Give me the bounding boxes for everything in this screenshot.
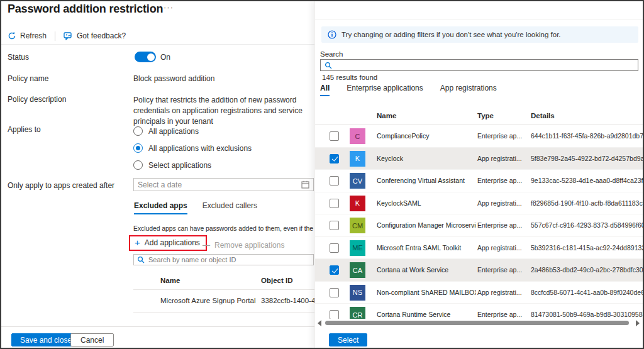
table-row[interactable]: K Keyclock App registrati... 5f83e798-2a…	[315, 148, 643, 170]
info-banner: Try changing or adding filters if you do…	[321, 26, 638, 43]
app-details: 81473081-50b9-469a-b9d8-303109583ecb	[531, 311, 643, 318]
apps-search-input[interactable]	[336, 62, 634, 69]
excluded-app-objectid: 3382ccfb-1400-40a3	[261, 297, 314, 304]
app-avatar: K	[350, 151, 365, 167]
col-objectid-header: Object ID	[261, 277, 292, 284]
banner-text: Try changing or adding filters if you do…	[341, 31, 561, 38]
apps-table-body: C CompliancePolicy Enterprise ap... 644c…	[315, 125, 643, 319]
tab-enterprise-applications[interactable]: Enterprise applications	[347, 84, 423, 96]
app-type: Enterprise ap...	[477, 132, 522, 140]
search-label: Search	[320, 50, 343, 58]
app-details: 5f83e798-2a45-4922-bd72-d4257bd9af44	[531, 155, 643, 162]
search-icon	[325, 62, 332, 69]
cancel-button[interactable]: Cancel	[70, 333, 114, 346]
radio-all-applications-with-exclusions[interactable]: All applications with exclusions	[133, 140, 252, 157]
created-after-label: Only apply to apps created after	[8, 181, 114, 190]
row-checkbox[interactable]	[330, 288, 339, 297]
table-row[interactable]: CV Conferencing Virtual Assistant Enterp…	[315, 170, 643, 192]
remove-applications-button[interactable]: — Remove applications	[203, 241, 284, 250]
app-details: 2a486b53-dbd2-49c0-a2bc-278bdfc30833	[531, 266, 643, 274]
toolbar-divider-line	[1, 44, 314, 45]
app-type: Enterprise ap...	[477, 177, 522, 184]
search-input[interactable]	[148, 256, 310, 263]
col-name-header: Name	[160, 277, 180, 284]
excluded-apps-search[interactable]	[133, 254, 314, 265]
row-checkbox[interactable]	[330, 243, 339, 253]
refresh-label: Refresh	[20, 31, 47, 40]
policy-name-label: Policy name	[8, 74, 48, 83]
row-checkbox[interactable]	[330, 131, 339, 141]
app-avatar: K	[350, 196, 365, 211]
app-type: App registrati...	[477, 155, 522, 162]
app-details: 644c1b11-f63f-45fa-826b-a9d2801db711	[531, 132, 643, 140]
scrollbar-thumb[interactable]	[325, 321, 629, 325]
radio-all-applications[interactable]: All applications	[133, 123, 252, 140]
page-context-menu[interactable]: ···	[164, 3, 174, 12]
info-icon	[328, 30, 336, 39]
col-details-header: Details	[531, 112, 555, 119]
results-count: 145 results found	[322, 74, 377, 81]
app-type: App registrati...	[477, 199, 522, 207]
row-checkbox[interactable]	[330, 310, 339, 319]
tab-all[interactable]: All	[320, 84, 330, 96]
table-row[interactable]: CM Configuration Manager Microservice En…	[315, 214, 643, 237]
tab-excluded-apps[interactable]: Excluded apps	[134, 201, 187, 214]
scroll-right-arrow[interactable]	[636, 320, 640, 326]
tab-excluded-callers[interactable]: Excluded callers	[203, 201, 257, 214]
app-details: 9e133cac-5238-4d1e-aaa0-d8ff4ca23f4e	[531, 177, 643, 184]
status-label: Status	[8, 53, 29, 62]
app-avatar: ME	[350, 240, 365, 256]
app-name: Cortana Runtime Service	[377, 311, 476, 318]
feedback-icon	[64, 31, 73, 40]
add-applications-button[interactable]: Add applications	[145, 238, 200, 247]
table-row[interactable]: ME Microsoft Entra SAML Toolkit App regi…	[315, 237, 643, 260]
scroll-left-arrow[interactable]	[318, 320, 321, 326]
app-type: Enterprise ap...	[477, 311, 522, 318]
status-toggle[interactable]	[135, 52, 156, 62]
app-details: 8ccfcd58-6071-4c41-aa0b-89f0240de6ed	[531, 289, 643, 296]
policy-description-label: Policy description	[8, 95, 66, 104]
app-avatar: CM	[350, 218, 365, 233]
date-picker-input[interactable]: Select a date	[133, 178, 314, 191]
app-details: 557c67cf-c916-4293-8373-d584996f60ae	[531, 221, 643, 229]
calendar-icon[interactable]	[301, 180, 309, 189]
applies-to-label: Applies to	[8, 125, 41, 134]
filter-tabs: All Enterprise applications App registra…	[320, 84, 497, 96]
table-row[interactable]: CR Cortana Runtime Service Enterprise ap…	[315, 304, 643, 319]
add-icon: +	[135, 239, 140, 247]
app-details: 5b392316-c181-415a-ac92-24dd8913286f	[531, 244, 643, 252]
date-placeholder: Select a date	[138, 180, 301, 189]
table-row[interactable]: NS Non-compliant ShARED MAILBOX App regi…	[315, 282, 643, 304]
radio-icon	[133, 160, 143, 170]
policy-page: Password addition restriction ··· Refres…	[1, 1, 314, 348]
app-details: f829685d-190f-4f10-acfb-f8da611183cf	[531, 199, 643, 207]
app-type: App registrati...	[477, 244, 522, 252]
feedback-button[interactable]: Got feedback?	[64, 31, 126, 40]
page-toolbar: Refresh Got feedback?	[8, 29, 126, 43]
radio-icon	[133, 126, 143, 136]
app-name: CompliancePolicy	[377, 132, 476, 140]
select-button[interactable]: Select	[329, 333, 367, 346]
tab-app-registrations[interactable]: App registrations	[440, 84, 497, 96]
panel-divider	[315, 19, 643, 19]
row-checkbox[interactable]	[330, 265, 339, 275]
excluded-tabs: Excluded apps Excluded callers	[134, 201, 257, 214]
col-name-header: Name	[377, 112, 396, 119]
row-checkbox[interactable]	[330, 199, 339, 208]
app-name: Cortana at Work Service	[377, 266, 476, 274]
table-row[interactable]: C CompliancePolicy Enterprise ap... 644c…	[315, 125, 643, 148]
app-avatar: CV	[350, 173, 365, 189]
row-checkbox[interactable]	[330, 176, 339, 186]
radio-select-applications[interactable]: Select applications	[133, 157, 252, 174]
apps-search-box[interactable]	[320, 59, 638, 71]
horizontal-scrollbar[interactable]	[315, 319, 643, 327]
app-type: Enterprise ap...	[477, 266, 522, 274]
app-type: App registrati...	[477, 289, 522, 296]
row-checkbox[interactable]	[330, 221, 339, 230]
search-icon	[137, 256, 145, 263]
row-checkbox[interactable]	[330, 154, 339, 163]
refresh-button[interactable]: Refresh	[8, 31, 47, 40]
remove-icon: —	[203, 241, 210, 250]
table-row[interactable]: CA Cortana at Work Service Enterprise ap…	[315, 259, 643, 282]
table-row[interactable]: K KeyclockSAML App registrati... f829685…	[315, 192, 643, 215]
